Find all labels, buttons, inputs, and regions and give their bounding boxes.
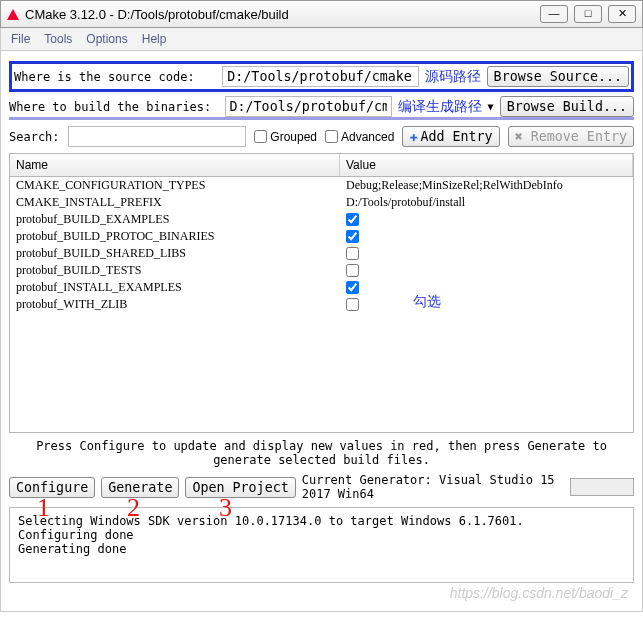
cell-value[interactable] (340, 211, 633, 228)
table-row[interactable]: CMAKE_INSTALL_PREFIXD:/Tools/protobuf/in… (10, 194, 633, 211)
option-checkbox[interactable] (346, 247, 359, 260)
build-input[interactable] (225, 96, 392, 117)
cell-name: protobuf_BUILD_EXAMPLES (10, 211, 340, 228)
option-checkbox[interactable] (346, 213, 359, 226)
source-row: Where is the source code: 源码路径 Browse So… (9, 61, 634, 92)
advanced-checkbox[interactable]: Advanced (325, 130, 394, 144)
table-row[interactable]: protobuf_INSTALL_EXAMPLES (10, 279, 633, 296)
build-label: Where to build the binaries: (9, 100, 219, 114)
menu-help[interactable]: Help (142, 32, 167, 46)
watermark-text: https://blog.csdn.net/baodi_z (9, 583, 634, 601)
source-label: Where is the source code: (14, 70, 216, 84)
cell-value[interactable] (340, 228, 633, 245)
browse-source-button[interactable]: Browse Source... (487, 66, 629, 87)
menubar: File Tools Options Help (0, 28, 643, 51)
remove-icon: ✖ (515, 129, 531, 144)
option-checkbox[interactable] (346, 230, 359, 243)
cell-name: protobuf_INSTALL_EXAMPLES (10, 279, 340, 296)
option-checkbox[interactable] (346, 264, 359, 277)
history-dropdown-icon[interactable]: ▼ (488, 101, 494, 112)
cell-name: protobuf_BUILD_SHARED_LIBS (10, 245, 340, 262)
annotation-number-2: 2 (127, 493, 140, 523)
generate-button[interactable]: Generate (101, 477, 179, 498)
table-row[interactable]: protobuf_BUILD_TESTS (10, 262, 633, 279)
cell-name: protobuf_WITH_ZLIB (10, 296, 340, 313)
plus-icon: ✚ (409, 129, 417, 144)
menu-options[interactable]: Options (86, 32, 127, 46)
cache-table: Name Value CMAKE_CONFIGURATION_TYPESDebu… (9, 153, 634, 433)
titlebar: CMake 3.12.0 - D:/Tools/protobuf/cmake/b… (0, 0, 643, 28)
remove-entry-button[interactable]: ✖ Remove Entry (508, 126, 634, 147)
minimize-button[interactable]: — (540, 5, 568, 23)
source-input[interactable] (222, 66, 418, 87)
menu-file[interactable]: File (11, 32, 30, 46)
menu-tools[interactable]: Tools (44, 32, 72, 46)
cell-value[interactable]: D:/Tools/protobuf/install (340, 194, 633, 211)
close-button[interactable]: ✕ (608, 5, 636, 23)
cell-value[interactable] (340, 262, 633, 279)
table-row[interactable]: protobuf_BUILD_SHARED_LIBS (10, 245, 633, 262)
browse-build-button[interactable]: Browse Build... (500, 96, 634, 117)
cmake-logo-icon (7, 9, 19, 20)
output-console[interactable]: Selecting Windows SDK version 10.0.17134… (9, 507, 634, 583)
cell-name: protobuf_BUILD_TESTS (10, 262, 340, 279)
table-row[interactable]: protobuf_WITH_ZLIB (10, 296, 633, 313)
option-checkbox[interactable] (346, 298, 359, 311)
search-input[interactable] (68, 126, 247, 147)
annotation-number-3: 3 (219, 493, 232, 523)
annotation-source-cn: 源码路径 (425, 68, 481, 86)
table-row[interactable]: CMAKE_CONFIGURATION_TYPESDebug;Release;M… (10, 177, 633, 194)
cell-name: CMAKE_INSTALL_PREFIX (10, 194, 340, 211)
bottom-row: Configure Generate Open Project Current … (9, 473, 634, 501)
cell-value[interactable] (340, 245, 633, 262)
annotation-build-cn: 编译生成路径 (398, 98, 482, 116)
open-project-button[interactable]: Open Project (185, 477, 295, 498)
annotation-check-cn: 勾选 (413, 293, 441, 311)
progress-bar (570, 478, 634, 496)
cell-name: protobuf_BUILD_PROTOC_BINARIES (10, 228, 340, 245)
table-row[interactable]: protobuf_BUILD_PROTOC_BINARIES (10, 228, 633, 245)
grouped-checkbox[interactable]: Grouped (254, 130, 317, 144)
option-checkbox[interactable] (346, 281, 359, 294)
build-row: Where to build the binaries: 编译生成路径 ▼ Br… (9, 96, 634, 120)
window-title: CMake 3.12.0 - D:/Tools/protobuf/cmake/b… (25, 7, 540, 22)
hint-text: Press Configure to update and display ne… (9, 439, 634, 467)
column-header-name[interactable]: Name (10, 154, 340, 176)
search-row: Search: Grouped Advanced ✚Add Entry ✖ Re… (9, 126, 634, 147)
cell-value[interactable] (340, 279, 633, 296)
cell-value[interactable] (340, 296, 633, 313)
table-row[interactable]: protobuf_BUILD_EXAMPLES (10, 211, 633, 228)
add-entry-button[interactable]: ✚Add Entry (402, 126, 499, 147)
generator-info: Current Generator: Visual Studio 15 2017… (302, 473, 564, 501)
configure-button[interactable]: Configure (9, 477, 95, 498)
cell-name: CMAKE_CONFIGURATION_TYPES (10, 177, 340, 194)
column-header-value[interactable]: Value (340, 154, 633, 176)
search-label: Search: (9, 130, 60, 144)
annotation-number-1: 1 (37, 493, 50, 523)
cell-value[interactable]: Debug;Release;MinSizeRel;RelWithDebInfo (340, 177, 633, 194)
maximize-button[interactable]: □ (574, 5, 602, 23)
